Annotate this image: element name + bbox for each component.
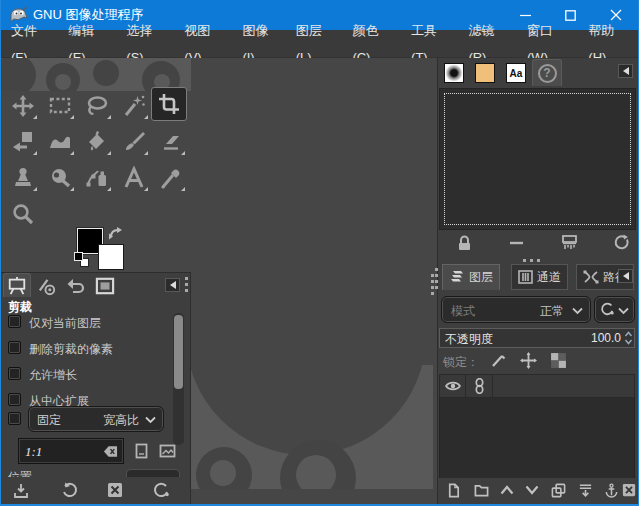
layer-mode-dropdown[interactable]: 模式 正常 xyxy=(441,296,591,323)
undo-history-icon xyxy=(66,277,86,295)
tool-options-footer xyxy=(1,477,190,505)
fixed-dropdown[interactable]: 固定 宽高比 xyxy=(28,406,164,432)
channels-icon xyxy=(518,270,533,284)
images-icon xyxy=(95,277,115,295)
tab-channels-label: 通道 xyxy=(537,269,561,286)
aspect-ratio-input[interactable]: 1:1 xyxy=(18,438,124,464)
visibility-eye-icon xyxy=(445,380,461,392)
unified-transform-tool[interactable] xyxy=(4,124,41,159)
mode-label: 模式 xyxy=(451,303,475,320)
remove-entry-button[interactable] xyxy=(509,240,524,246)
reset-tool-options-button[interactable] xyxy=(153,482,170,499)
eraser-tool[interactable] xyxy=(152,124,189,159)
tab-device-status[interactable] xyxy=(33,274,60,298)
open-entry-button[interactable] xyxy=(456,235,473,252)
clone-tool[interactable] xyxy=(4,160,41,195)
tab-layers[interactable]: 图层 xyxy=(442,264,500,290)
color-picker-tool[interactable] xyxy=(152,160,189,195)
dock-drag-handle-right[interactable] xyxy=(431,274,434,295)
option-label-current-layer-only: 仅对当前图层 xyxy=(29,315,101,332)
mode-reset-icon xyxy=(600,302,615,317)
layers-footer xyxy=(438,478,636,504)
tool-options-tab-handle[interactable] xyxy=(185,277,188,292)
checkbox-allow-growing[interactable] xyxy=(8,367,21,380)
background-color-swatch[interactable] xyxy=(98,244,124,270)
tab-document-history[interactable]: ? xyxy=(532,59,562,86)
duplicate-layer-button[interactable] xyxy=(551,483,566,498)
landscape-icon xyxy=(159,444,176,458)
option-label-allow-growing: 允许增长 xyxy=(29,367,77,384)
zoom-tool[interactable] xyxy=(4,196,41,231)
delete-tool-preset-button[interactable] xyxy=(107,482,123,498)
crop-tool[interactable] xyxy=(151,87,187,121)
tab-patterns[interactable] xyxy=(472,61,498,85)
clipped-position-row: 位置 xyxy=(8,467,78,477)
layers-list[interactable] xyxy=(439,398,635,478)
clear-history-button[interactable] xyxy=(561,234,578,251)
tab-channels[interactable]: 通道 xyxy=(511,264,568,290)
upper-dock-menu-button[interactable] xyxy=(618,64,633,78)
scrollbar-thumb[interactable] xyxy=(174,315,183,389)
opacity-value: 100.0 xyxy=(591,331,621,345)
wilber-watermark-bottom xyxy=(191,353,433,504)
tool-options-title: 剪裁 xyxy=(8,299,32,316)
tool-options-scrollbar[interactable] xyxy=(173,313,184,445)
checkbox-expand-from-center[interactable] xyxy=(8,393,21,406)
warp-transform-tool[interactable] xyxy=(41,124,78,159)
lock-alpha-button[interactable] xyxy=(550,352,567,369)
delete-layer-button[interactable] xyxy=(622,483,636,497)
refresh-previews-button[interactable] xyxy=(613,234,630,251)
anchor-layer-button[interactable] xyxy=(604,483,619,498)
opacity-spinner[interactable] xyxy=(624,330,633,346)
lower-layer-button[interactable] xyxy=(525,485,539,495)
bucket-fill-tool[interactable] xyxy=(78,124,115,159)
layers-dock-handle[interactable] xyxy=(435,268,438,289)
save-tool-preset-button[interactable] xyxy=(13,483,29,499)
checkbox-fixed[interactable] xyxy=(8,412,21,425)
mode-group-switch[interactable] xyxy=(594,296,635,323)
chevron-left-icon xyxy=(623,272,629,280)
merge-down-button[interactable] xyxy=(578,483,593,498)
swap-colors-icon[interactable] xyxy=(108,226,123,241)
clear-input-icon[interactable] xyxy=(103,445,118,458)
tool-options-dock: 剪裁 仅对当前图层 删除剪裁的像素 允许增长 从中心扩展 固定 宽高比 1:1 xyxy=(1,272,191,504)
tool-options-menu-button[interactable] xyxy=(165,278,180,292)
visibility-column-toggle[interactable] xyxy=(440,375,466,397)
tab-brushes[interactable] xyxy=(441,61,467,85)
opacity-label: 不透明度 xyxy=(445,331,493,348)
text-tool[interactable] xyxy=(115,160,152,195)
smudge-tool[interactable] xyxy=(41,160,78,195)
link-column-toggle[interactable] xyxy=(467,375,493,397)
free-select-tool[interactable] xyxy=(78,88,115,123)
fuzzy-select-tool[interactable] xyxy=(115,88,152,123)
dock-splitter[interactable] xyxy=(523,259,540,262)
new-layer-group-button[interactable] xyxy=(474,483,489,498)
paths-icon xyxy=(583,270,599,284)
main-content: 剪裁 仅对当前图层 删除剪裁的像素 允许增长 从中心扩展 固定 宽高比 1:1 xyxy=(1,58,638,504)
raise-layer-button[interactable] xyxy=(500,485,514,495)
ink-tool[interactable] xyxy=(78,160,115,195)
tab-fonts[interactable]: Aa xyxy=(503,61,529,85)
new-layer-button[interactable] xyxy=(446,483,461,498)
lock-pixels-button[interactable] xyxy=(490,352,507,369)
opacity-slider[interactable]: 不透明度 100.0 xyxy=(439,328,635,348)
default-colors-icon-fg[interactable] xyxy=(74,252,83,261)
move-tool[interactable] xyxy=(4,88,41,123)
tab-tool-options[interactable] xyxy=(3,273,31,297)
tool-options-icon xyxy=(7,276,27,296)
portrait-icon xyxy=(135,443,148,459)
document-history-list[interactable] xyxy=(439,88,636,230)
checkbox-current-layer-only[interactable] xyxy=(8,315,21,328)
portrait-orientation-button[interactable] xyxy=(132,441,150,461)
lock-position-button[interactable] xyxy=(520,352,537,369)
tab-undo-history[interactable] xyxy=(62,274,89,298)
tab-layers-label: 图层 xyxy=(469,269,493,286)
restore-tool-preset-button[interactable] xyxy=(61,482,78,499)
device-status-icon xyxy=(37,277,56,296)
layers-dock-menu-button[interactable] xyxy=(618,269,633,283)
checkbox-delete-cropped-pixels[interactable] xyxy=(8,341,21,354)
rectangle-select-tool[interactable] xyxy=(41,88,78,123)
position-label: 位置 xyxy=(8,470,32,477)
paintbrush-tool[interactable] xyxy=(115,124,152,159)
tab-images[interactable] xyxy=(91,274,118,298)
